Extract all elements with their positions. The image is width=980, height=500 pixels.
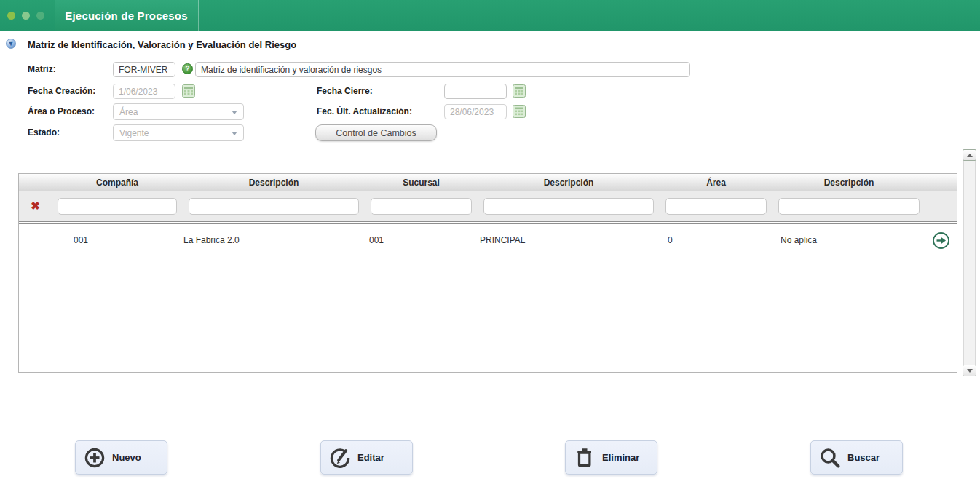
table-row[interactable]: 001 La Fabrica 2.0 001 PRINCIPAL 0 No ap… — [19, 224, 957, 256]
calendar-icon[interactable] — [182, 84, 195, 98]
collapse-arrow-icon[interactable]: ▼ — [6, 39, 16, 49]
fecha-cierre-label: Fecha Cierre: — [317, 83, 373, 100]
col-header-sucursal[interactable]: Sucursal — [365, 174, 478, 191]
eliminar-button[interactable]: Eliminar — [565, 440, 657, 475]
fecha-cierre-input[interactable] — [444, 84, 507, 99]
fec-ult-actualizacion-input[interactable] — [444, 104, 507, 119]
calendar-icon[interactable] — [513, 84, 526, 98]
cell-sucursal: 001 — [365, 235, 478, 245]
estado-label: Estado: — [28, 124, 60, 141]
editar-label: Editar — [357, 452, 384, 463]
area-o-proceso-label: Área o Proceso: — [28, 103, 95, 120]
scrollbar-track[interactable] — [963, 161, 976, 365]
scroll-up-button[interactable] — [963, 149, 976, 161]
cell-descripcion-2: PRINCIPAL — [478, 235, 660, 245]
grid-header-spacer — [925, 174, 957, 191]
window-dots — [7, 0, 44, 31]
vertical-scrollbar[interactable] — [963, 149, 976, 376]
cell-descripcion-3: No aplica — [772, 235, 925, 245]
cell-descripcion-1: La Fabrica 2.0 — [183, 235, 365, 245]
results-grid: Compañía Descripción Sucursal Descripció… — [18, 173, 957, 373]
window-dot-icon — [36, 12, 44, 20]
control-de-cambios-button[interactable]: Control de Cambios — [315, 124, 437, 141]
cell-compania: 001 — [52, 235, 183, 245]
grid-header-spacer — [19, 174, 52, 191]
matriz-code-input[interactable] — [113, 62, 175, 77]
filter-input-compania[interactable] — [58, 198, 177, 215]
matriz-description-input[interactable] — [195, 62, 690, 77]
clear-filters-icon[interactable]: ✖ — [19, 199, 52, 213]
nuevo-label: Nuevo — [112, 452, 141, 463]
matriz-label: Matriz: — [28, 61, 56, 78]
col-header-area[interactable]: Área — [660, 174, 772, 191]
filter-input-descripcion-3[interactable] — [778, 198, 920, 215]
fecha-creacion-input[interactable] — [113, 84, 175, 99]
app-header: Ejecución de Procesos — [0, 0, 980, 31]
window-dot-icon — [7, 12, 15, 20]
tab-label: Ejecución de Procesos — [65, 9, 187, 22]
triangle-down-icon — [967, 369, 973, 373]
col-header-descripcion-3[interactable]: Descripción — [772, 174, 925, 191]
control-de-cambios-label: Control de Cambios — [336, 128, 416, 138]
filter-input-area[interactable] — [665, 198, 767, 215]
col-header-compania[interactable]: Compañía — [52, 174, 183, 191]
triangle-up-icon — [967, 154, 973, 157]
estado-value: Vigente — [119, 128, 149, 138]
filter-input-descripcion-1[interactable] — [189, 198, 359, 215]
search-icon — [819, 447, 841, 469]
trash-icon — [574, 447, 596, 469]
col-header-descripcion-1[interactable]: Descripción — [183, 174, 365, 191]
fecha-creacion-label: Fecha Creación: — [28, 83, 95, 100]
buscar-label: Buscar — [847, 452, 880, 463]
chevron-down-icon — [232, 111, 237, 114]
estado-select[interactable]: Vigente — [113, 124, 244, 141]
nuevo-button[interactable]: Nuevo — [75, 440, 167, 475]
page-title: Matriz de Identificación, Valoración y E… — [28, 39, 296, 50]
editar-button[interactable]: Editar — [320, 440, 413, 475]
buscar-button[interactable]: Buscar — [810, 440, 903, 475]
calendar-icon[interactable] — [513, 105, 526, 118]
area-o-proceso-select[interactable]: Área — [113, 103, 244, 120]
open-row-arrow-icon[interactable] — [925, 231, 957, 250]
grid-header-row: Compañía Descripción Sucursal Descripció… — [19, 174, 957, 191]
area-o-proceso-value: Área — [119, 107, 138, 117]
cell-area: 0 — [660, 235, 772, 245]
grid-filter-row: ✖ — [19, 191, 957, 221]
help-icon[interactable]: ? — [182, 63, 193, 74]
eliminar-label: Eliminar — [602, 452, 639, 463]
chevron-down-icon — [232, 132, 237, 135]
filter-input-sucursal[interactable] — [371, 198, 472, 215]
fec-ult-actualizacion-label: Fec. Últ. Actualización: — [317, 103, 412, 120]
plus-circle-icon — [84, 447, 106, 469]
filter-input-descripcion-2[interactable] — [483, 198, 654, 215]
scroll-down-button[interactable] — [963, 365, 976, 376]
window-dot-icon — [22, 12, 30, 20]
edit-pencil-icon — [329, 447, 351, 469]
tab-ejecucion-de-procesos[interactable]: Ejecución de Procesos — [55, 0, 199, 31]
col-header-descripcion-2[interactable]: Descripción — [478, 174, 660, 191]
